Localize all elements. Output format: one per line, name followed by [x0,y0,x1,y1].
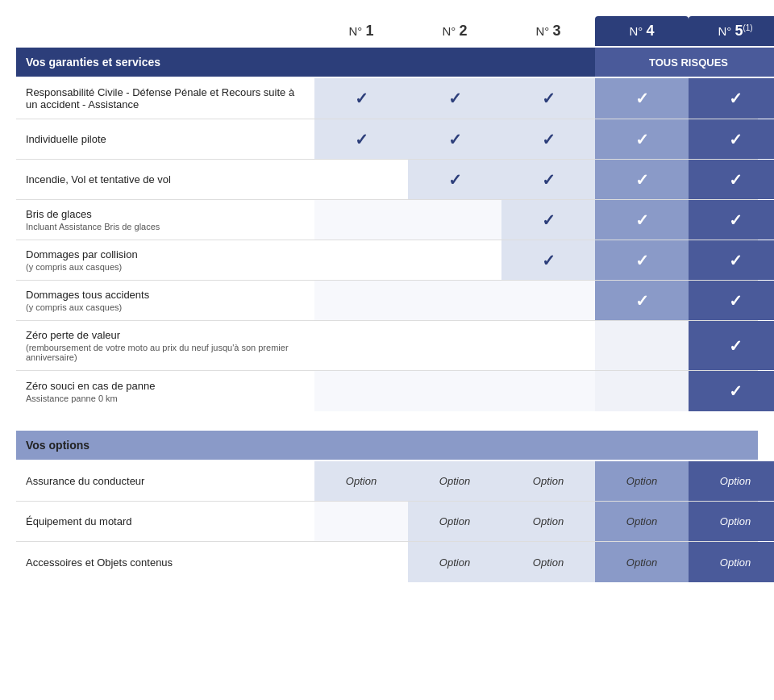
option-cell: Option [689,502,774,541]
row-cell [314,281,408,320]
row-cell: ✓ [689,240,774,280]
table-row: Assurance du conducteur Option Option Op… [16,461,758,502]
option-cell: Option [408,502,501,541]
row-label-equipement-motard: Équipement du motard [16,502,314,541]
header-n5: N° 5(1) [689,16,774,46]
option-cell: Option [408,461,501,501]
row-label-assurance-conducteur: Assurance du conducteur [16,461,314,501]
option-cell: Option [501,542,595,582]
row-cell: ✓ [689,371,774,411]
main-container: N° 1 N° 2 N° 3 N° 4 N° 5(1) Vos garantie… [16,16,758,582]
tous-risques-label: TOUS RISQUES [595,48,774,77]
row-cell: ✓ [689,321,774,370]
option-cell: Option [595,461,689,501]
guarantees-table: Responsabilité Civile - Défense Pénale e… [16,78,758,411]
row-cell: ✓ [595,160,689,199]
table-row: Zéro perte de valeur (remboursement de v… [16,321,758,371]
row-cell [314,200,408,240]
header-n2: N° 2 [408,16,501,46]
table-row: Incendie, Vol et tentative de vol ✓ ✓ ✓ … [16,160,758,200]
row-cell: ✓ [689,281,774,320]
row-cell [314,371,408,411]
row-cell [595,371,689,411]
row-cell: ✓ [501,240,595,280]
option-cell [314,542,408,582]
row-cell [314,240,408,280]
row-cell: ✓ [689,200,774,240]
row-label-accessoires: Accessoires et Objets contenus [16,542,314,582]
option-cell: Option [501,461,595,501]
row-cell: ✓ [689,119,774,159]
header-empty [16,16,314,46]
table-row: Responsabilité Civile - Défense Pénale e… [16,78,758,119]
row-label-dommages-collision: Dommages par collision (y compris aux ca… [16,240,314,280]
option-cell [314,502,408,541]
table-row: Équipement du motard Option Option Optio… [16,502,758,542]
row-cell [501,281,595,320]
option-cell: Option [689,461,774,501]
row-cell: ✓ [689,78,774,119]
options-table: Assurance du conducteur Option Option Op… [16,461,758,582]
row-cell: ✓ [689,160,774,199]
row-cell [408,371,501,411]
header-n1: N° 1 [314,16,408,46]
row-cell: ✓ [595,78,689,119]
option-cell: Option [314,461,408,501]
table-row: Dommages par collision (y compris aux ca… [16,240,758,281]
row-cell: ✓ [501,160,595,199]
row-label-zero-perte: Zéro perte de valeur (remboursement de v… [16,321,314,370]
row-cell: ✓ [408,160,501,199]
row-label-zero-souci: Zéro souci en cas de panne Assistance pa… [16,371,314,411]
row-cell [501,371,595,411]
table-row: Zéro souci en cas de panne Assistance pa… [16,371,758,411]
row-cell: ✓ [408,119,501,159]
row-cell [408,240,501,280]
header-n3: N° 3 [501,16,595,46]
row-cell [595,321,689,370]
option-cell: Option [689,542,774,582]
row-cell: ✓ [408,78,501,119]
header-n4: N° 4 [595,16,689,46]
section-gap [16,411,758,431]
row-label-dommages-accidents: Dommages tous accidents (y compris aux c… [16,281,314,320]
row-cell: ✓ [595,119,689,159]
row-cell: ✓ [501,119,595,159]
row-cell [501,321,595,370]
row-cell: ✓ [595,281,689,320]
row-cell [408,200,501,240]
option-cell: Option [595,542,689,582]
option-cell: Option [595,502,689,541]
row-label-incendie: Incendie, Vol et tentative de vol [16,160,314,199]
table-row: Individuelle pilote ✓ ✓ ✓ ✓ ✓ [16,119,758,160]
option-cell: Option [501,502,595,541]
row-cell [408,281,501,320]
row-cell [314,160,408,199]
row-cell: ✓ [595,240,689,280]
row-cell: ✓ [501,200,595,240]
row-cell: ✓ [501,78,595,119]
table-row: Bris de glaces Incluant Assistance Bris … [16,200,758,240]
table-row: Dommages tous accidents (y compris aux c… [16,281,758,321]
guarantees-section-title: Vos garanties et services [16,48,595,77]
table-row: Accessoires et Objets contenus Option Op… [16,542,758,582]
row-cell: ✓ [314,78,408,119]
row-cell [314,321,408,370]
row-cell: ✓ [595,200,689,240]
option-cell: Option [408,542,501,582]
row-label-rc: Responsabilité Civile - Défense Pénale e… [16,78,314,119]
row-cell: ✓ [314,119,408,159]
row-cell [408,321,501,370]
options-section-title: Vos options [16,431,758,460]
column-headers: N° 1 N° 2 N° 3 N° 4 N° 5(1) [16,16,758,46]
row-label-bris-glaces: Bris de glaces Incluant Assistance Bris … [16,200,314,240]
row-label-individuelle: Individuelle pilote [16,119,314,159]
